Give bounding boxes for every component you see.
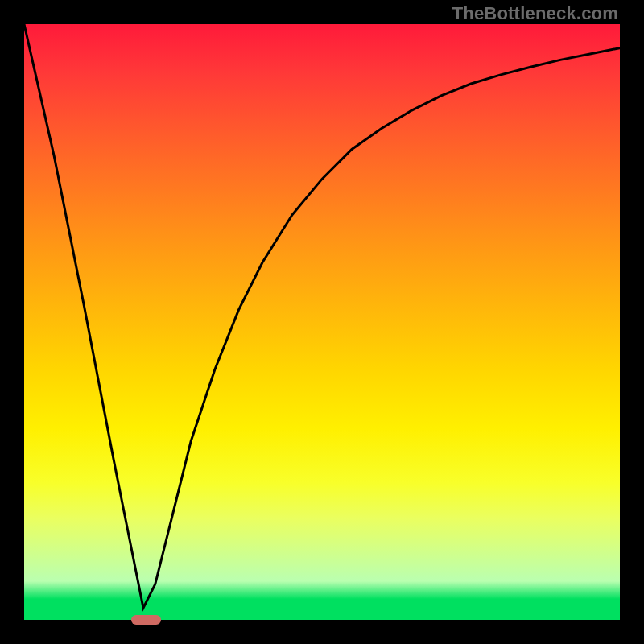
curve-path xyxy=(24,24,620,608)
bottleneck-curve xyxy=(24,24,620,620)
chart-frame: TheBottleneck.com xyxy=(0,0,644,644)
minimum-marker xyxy=(131,615,161,625)
plot-area xyxy=(24,24,620,620)
watermark-text: TheBottleneck.com xyxy=(452,3,618,24)
